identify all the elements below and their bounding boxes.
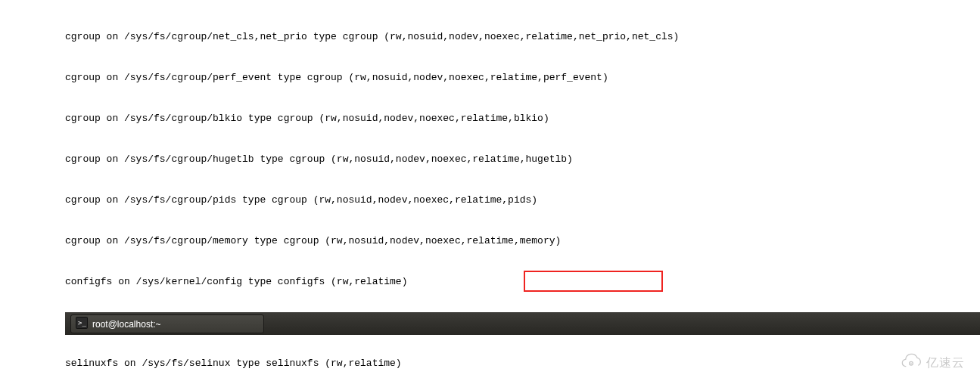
output-line: cgroup on /sys/fs/cgroup/perf_event type… [65,71,980,85]
output-line: selinuxfs on /sys/fs/selinux type selinu… [65,357,980,370]
svg-point-4 [910,363,912,364]
output-line: configfs on /sys/kernel/config type conf… [65,275,980,289]
watermark-text: 亿速云 [926,355,965,371]
output-line: cgroup on /sys/fs/cgroup/net_cls,net_pri… [65,30,980,44]
output-line: cgroup on /sys/fs/cgroup/memory type cgr… [65,234,980,248]
output-line: cgroup on /sys/fs/cgroup/hugetlb type cg… [65,153,980,166]
cloud-icon [899,352,923,373]
svg-text:>_: >_ [78,319,86,327]
taskbar-window-button[interactable]: >_ root@localhost:~ [70,314,264,333]
watermark-logo: 亿速云 [899,352,965,373]
taskbar-window-title: root@localhost:~ [92,319,161,330]
output-line: cgroup on /sys/fs/cgroup/blkio type cgro… [65,112,980,125]
desktop-viewport: cgroup on /sys/fs/cgroup/net_cls,net_pri… [0,0,980,381]
output-line: cgroup on /sys/fs/cgroup/pids type cgrou… [65,194,980,207]
taskbar: >_ root@localhost:~ [65,312,980,335]
terminal-icon: >_ [76,317,88,331]
